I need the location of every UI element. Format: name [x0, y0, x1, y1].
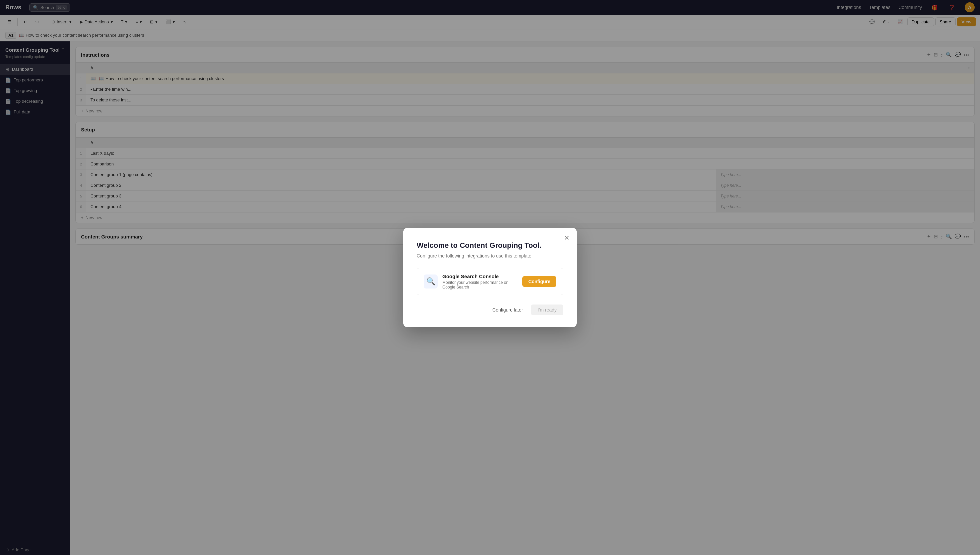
integration-info: Google Search Console Monitor your websi…: [442, 274, 518, 290]
integration-card: 🔍 Google Search Console Monitor your web…: [417, 268, 563, 295]
modal-subtitle: Configure the following integrations to …: [417, 253, 563, 258]
modal-title: Welcome to Content Grouping Tool.: [417, 241, 563, 250]
modal-close-btn[interactable]: ✕: [562, 233, 571, 242]
welcome-modal: ✕ Welcome to Content Grouping Tool. Conf…: [403, 228, 577, 327]
configure-later-btn[interactable]: Configure later: [488, 305, 527, 315]
integration-desc: Monitor your website performance on Goog…: [442, 280, 518, 290]
integration-name: Google Search Console: [442, 274, 518, 279]
modal-actions: Configure later I'm ready: [417, 305, 563, 315]
configure-integration-btn[interactable]: Configure: [522, 276, 556, 287]
google-search-console-icon: 🔍: [424, 274, 438, 289]
im-ready-btn[interactable]: I'm ready: [531, 305, 563, 315]
modal-overlay: ✕ Welcome to Content Grouping Tool. Conf…: [0, 0, 980, 555]
